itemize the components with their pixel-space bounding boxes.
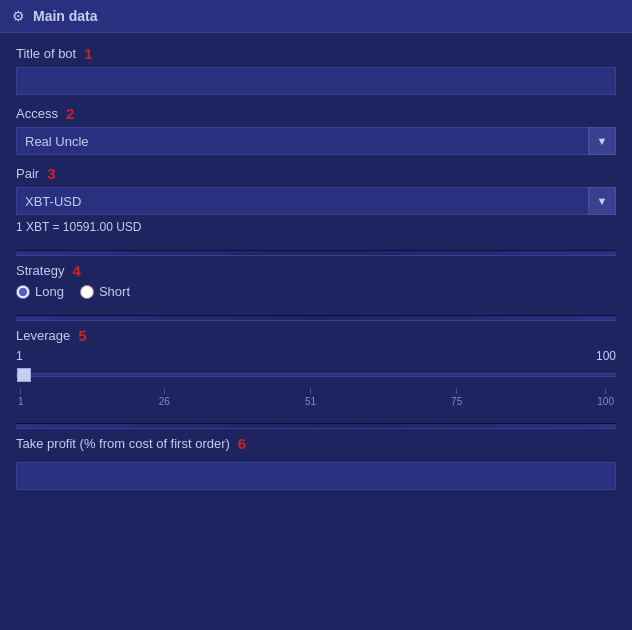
main-panel: ⚙ Main data Title of bot 1 Access 2 Real… (0, 0, 632, 630)
pair-section: Pair 3 XBT-USD ETH-USD BTC-USD ▼ 1 XBT =… (16, 165, 616, 234)
strategy-long-label: Long (35, 284, 64, 299)
strategy-long-option[interactable]: Long (16, 284, 64, 299)
title-of-bot-section: Title of bot 1 (16, 45, 616, 95)
panel-body: Title of bot 1 Access 2 Real Uncle Demo … (0, 33, 632, 630)
scale-51: 51 (305, 388, 316, 407)
leverage-slider[interactable] (16, 365, 616, 385)
leverage-section: Leverage 5 1 100 1 26 51 (16, 327, 616, 407)
access-select-wrapper: Real Uncle Demo Test ▼ (16, 127, 616, 155)
pair-label: Pair 3 (16, 165, 616, 182)
pair-select-wrapper: XBT-USD ETH-USD BTC-USD ▼ (16, 187, 616, 215)
panel-header: ⚙ Main data (0, 0, 632, 33)
title-of-bot-input[interactable] (16, 67, 616, 95)
leverage-max-value: 100 (596, 349, 616, 363)
take-profit-section: Take profit (% from cost of first order)… (16, 435, 616, 490)
take-profit-label: Take profit (% from cost of first order)… (16, 435, 616, 452)
scale-1: 1 (18, 388, 24, 407)
title-of-bot-label: Title of bot 1 (16, 45, 616, 62)
leverage-label: Leverage 5 (16, 327, 616, 344)
pair-conversion: 1 XBT = 10591.00 USD (16, 220, 616, 234)
strategy-short-label: Short (99, 284, 130, 299)
leverage-current-value: 1 (16, 349, 23, 363)
access-select[interactable]: Real Uncle Demo Test (16, 127, 616, 155)
access-section: Access 2 Real Uncle Demo Test ▼ (16, 105, 616, 155)
strategy-long-radio[interactable] (16, 285, 30, 299)
divider-1 (16, 250, 616, 256)
strategy-radio-group: Long Short (16, 284, 616, 299)
access-label: Access 2 (16, 105, 616, 122)
leverage-scale: 1 26 51 75 100 (16, 388, 616, 407)
strategy-short-option[interactable]: Short (80, 284, 130, 299)
scale-100: 100 (597, 388, 614, 407)
strategy-short-radio[interactable] (80, 285, 94, 299)
leverage-value-row: 1 100 (16, 349, 616, 363)
divider-3 (16, 423, 616, 429)
strategy-label: Strategy 4 (16, 262, 616, 279)
scale-26: 26 (159, 388, 170, 407)
panel-title: Main data (33, 8, 98, 24)
pair-select[interactable]: XBT-USD ETH-USD BTC-USD (16, 187, 616, 215)
gear-icon: ⚙ (12, 8, 25, 24)
take-profit-input[interactable] (16, 462, 616, 490)
strategy-section: Strategy 4 Long Short (16, 262, 616, 299)
divider-2 (16, 315, 616, 321)
scale-75: 75 (451, 388, 462, 407)
